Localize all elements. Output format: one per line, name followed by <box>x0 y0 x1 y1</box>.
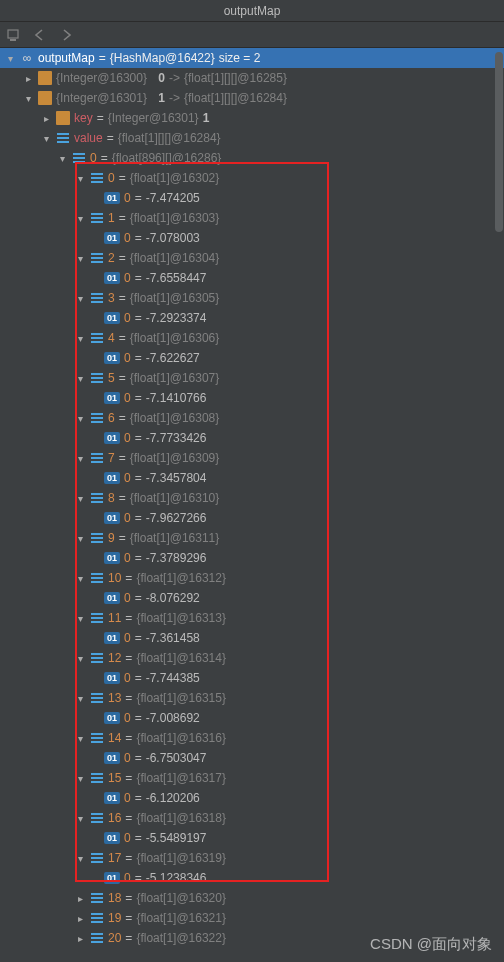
expand-arrow-icon[interactable]: ▾ <box>74 293 86 304</box>
expand-arrow-icon[interactable]: ▾ <box>74 493 86 504</box>
array-leaf[interactable]: 010 = -6.120206 <box>0 788 504 808</box>
array-leaf[interactable]: 010 = -7.3457804 <box>0 468 504 488</box>
equals-text: = <box>135 231 142 245</box>
expand-arrow-icon[interactable]: ▾ <box>74 773 86 784</box>
expand-arrow-icon[interactable]: ▾ <box>74 533 86 544</box>
array-icon <box>90 171 104 185</box>
expand-arrow-icon[interactable]: ▾ <box>74 213 86 224</box>
index-label: 0 <box>124 631 131 645</box>
array-item[interactable]: ▾1 = {float[1]@16303} <box>0 208 504 228</box>
index-label: 0 <box>124 391 131 405</box>
equals-text: = <box>135 791 142 805</box>
array-item[interactable]: ▾7 = {float[1]@16309} <box>0 448 504 468</box>
expand-arrow-icon[interactable]: ▾ <box>74 333 86 344</box>
primitive-icon: 01 <box>104 312 120 324</box>
equals-text: = <box>119 291 126 305</box>
map-entry-1[interactable]: ▾ {Integer@16301} 1 -> {float[1][][]@162… <box>0 88 504 108</box>
svg-rect-40 <box>91 581 103 583</box>
index-label: 0 <box>124 831 131 845</box>
forward-arrow-icon[interactable] <box>58 27 74 43</box>
array-item[interactable]: ▾2 = {float[1]@16304} <box>0 248 504 268</box>
svg-rect-47 <box>91 693 103 695</box>
array-item[interactable]: ▾6 = {float[1]@16308} <box>0 408 504 428</box>
expand-arrow-icon[interactable]: ▾ <box>74 373 86 384</box>
expand-arrow-icon[interactable]: ▾ <box>56 153 68 164</box>
collapse-arrow-icon[interactable]: ▸ <box>74 893 86 904</box>
array-leaf[interactable]: 010 = -8.076292 <box>0 588 504 608</box>
svg-rect-14 <box>91 253 103 255</box>
array-leaf[interactable]: 010 = -7.7733426 <box>0 428 504 448</box>
expand-arrow-icon[interactable]: ▾ <box>74 453 86 464</box>
array-leaf[interactable]: 010 = -5.1238346 <box>0 868 504 888</box>
array-leaf[interactable]: 010 = -7.3789296 <box>0 548 504 568</box>
entry-value-row[interactable]: ▾ value = {float[1][][]@16284} <box>0 128 504 148</box>
expand-arrow-icon[interactable]: ▾ <box>40 133 52 144</box>
array-item[interactable]: ▾11 = {float[1]@16313} <box>0 608 504 628</box>
array-leaf[interactable]: 010 = -7.744385 <box>0 668 504 688</box>
array-item[interactable]: ▸20 = {float[1]@16322} <box>0 928 504 948</box>
scrollbar[interactable] <box>494 48 504 962</box>
array-item[interactable]: ▸19 = {float[1]@16321} <box>0 908 504 928</box>
array-leaf[interactable]: 010 = -7.9627266 <box>0 508 504 528</box>
svg-rect-20 <box>91 333 103 335</box>
collapse-arrow-icon[interactable]: ▸ <box>22 73 34 84</box>
entry-key-row[interactable]: ▸ key = {Integer@16301} 1 <box>0 108 504 128</box>
array-item[interactable]: ▾15 = {float[1]@16317} <box>0 768 504 788</box>
array-level-0[interactable]: ▾ 0 = {float[896][]@16286} <box>0 148 504 168</box>
new-watch-icon[interactable] <box>6 27 22 43</box>
array-leaf[interactable]: 010 = -6.7503047 <box>0 748 504 768</box>
expand-arrow-icon[interactable]: ▾ <box>74 253 86 264</box>
expand-arrow-icon[interactable]: ▾ <box>74 653 86 664</box>
array-leaf[interactable]: 010 = -7.2923374 <box>0 308 504 328</box>
array-leaf[interactable]: 010 = -7.622627 <box>0 348 504 368</box>
collapse-arrow-icon[interactable]: ▸ <box>74 933 86 944</box>
expand-arrow-icon[interactable]: ▾ <box>22 93 34 104</box>
value-type: {float[1]@16319} <box>136 851 226 865</box>
array-item[interactable]: ▾0 = {float[1]@16302} <box>0 168 504 188</box>
array-item[interactable]: ▾10 = {float[1]@16312} <box>0 568 504 588</box>
expand-arrow-icon[interactable]: ▾ <box>74 853 86 864</box>
array-leaf[interactable]: 010 = -7.008692 <box>0 708 504 728</box>
scroll-thumb[interactable] <box>495 52 503 232</box>
float-value: -7.2923374 <box>146 311 207 325</box>
expand-arrow-icon[interactable]: ▾ <box>74 733 86 744</box>
array-item[interactable]: ▾8 = {float[1]@16310} <box>0 488 504 508</box>
expand-arrow-icon[interactable]: ▾ <box>74 413 86 424</box>
index-label: 0 <box>124 311 131 325</box>
svg-rect-38 <box>91 573 103 575</box>
array-leaf[interactable]: 010 = -7.078003 <box>0 228 504 248</box>
array-item[interactable]: ▾12 = {float[1]@16314} <box>0 648 504 668</box>
array-leaf[interactable]: 010 = -7.6558447 <box>0 268 504 288</box>
expand-arrow-icon[interactable]: ▾ <box>4 53 16 64</box>
equals-text: = <box>125 811 132 825</box>
array-item[interactable]: ▾14 = {float[1]@16316} <box>0 728 504 748</box>
array-leaf[interactable]: 010 = -7.1410766 <box>0 388 504 408</box>
array-leaf[interactable]: 010 = -7.361458 <box>0 628 504 648</box>
equals-text: = <box>125 771 132 785</box>
float-value: -7.1410766 <box>146 391 207 405</box>
array-item[interactable]: ▾3 = {float[1]@16305} <box>0 288 504 308</box>
array-item[interactable]: ▾17 = {float[1]@16319} <box>0 848 504 868</box>
expand-arrow-icon[interactable]: ▾ <box>74 693 86 704</box>
root-row[interactable]: ▾ ∞ outputMap = {HashMap@16422} size = 2 <box>0 48 504 68</box>
array-item[interactable]: ▾4 = {float[1]@16306} <box>0 328 504 348</box>
expand-arrow-icon[interactable]: ▾ <box>74 813 86 824</box>
expand-arrow-icon[interactable]: ▾ <box>74 173 86 184</box>
array-item[interactable]: ▾9 = {float[1]@16311} <box>0 528 504 548</box>
array-leaf[interactable]: 010 = -5.5489197 <box>0 828 504 848</box>
expand-arrow-icon[interactable]: ▾ <box>74 613 86 624</box>
svg-rect-35 <box>91 533 103 535</box>
collapse-arrow-icon[interactable]: ▸ <box>74 913 86 924</box>
array-icon <box>90 691 104 705</box>
array-leaf[interactable]: 010 = -7.474205 <box>0 188 504 208</box>
equals-text: = <box>135 271 142 285</box>
map-entry-0[interactable]: ▸ {Integer@16300} 0 -> {float[1][][]@162… <box>0 68 504 88</box>
collapse-arrow-icon[interactable]: ▸ <box>40 113 52 124</box>
array-item[interactable]: ▾5 = {float[1]@16307} <box>0 368 504 388</box>
back-arrow-icon[interactable] <box>32 27 48 43</box>
object-icon <box>38 71 52 85</box>
expand-arrow-icon[interactable]: ▾ <box>74 573 86 584</box>
array-item[interactable]: ▸18 = {float[1]@16320} <box>0 888 504 908</box>
array-item[interactable]: ▾13 = {float[1]@16315} <box>0 688 504 708</box>
array-item[interactable]: ▾16 = {float[1]@16318} <box>0 808 504 828</box>
